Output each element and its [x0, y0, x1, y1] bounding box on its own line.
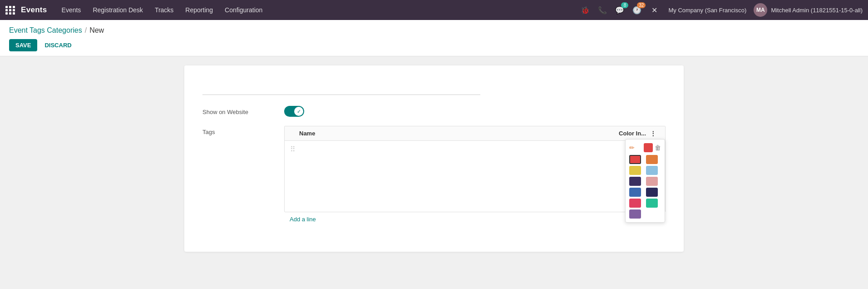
- show-on-website-row: Show on Website ✓: [202, 106, 666, 117]
- tags-table-header: Name Color In... ⋮: [285, 126, 665, 141]
- discard-button[interactable]: DISCARD: [41, 39, 75, 51]
- color-picker-popup: ✏ 🗑: [625, 139, 665, 223]
- color-swatch-darkpurple[interactable]: [629, 177, 641, 186]
- breadcrumb-separator: /: [85, 26, 87, 35]
- clock-badge: 32: [637, 2, 646, 8]
- name-input[interactable]: [202, 79, 480, 95]
- chat-badge: 8: [621, 2, 628, 8]
- show-on-website-field: ✓: [284, 106, 666, 117]
- color-picker-delete-icon[interactable]: 🗑: [655, 144, 661, 151]
- brand-title: Events: [21, 5, 47, 15]
- main-menu: Events Registration Desk Tracks Reportin…: [56, 0, 577, 20]
- color-swatch-navyblue[interactable]: [646, 188, 658, 197]
- color-swatch-crimson[interactable]: [629, 199, 641, 208]
- bug-icon-button[interactable]: 🐞: [578, 3, 592, 17]
- menu-reporting[interactable]: Reporting: [180, 0, 218, 20]
- row-drag-handle[interactable]: ⠿: [290, 145, 299, 154]
- username-label: Mitchell Admin (11821551-15-0-all): [771, 7, 863, 14]
- close-icon-button[interactable]: ✕: [647, 3, 661, 17]
- tags-row: Tags Name Color In... ⋮ ⠿: [202, 124, 666, 226]
- phone-icon-button[interactable]: 📞: [596, 3, 609, 17]
- tags-table: Name Color In... ⋮ ⠿ ✏: [284, 126, 666, 212]
- breadcrumb: Event Tags Categories / New: [9, 26, 859, 35]
- menu-configuration[interactable]: Configuration: [219, 0, 268, 20]
- color-swatch-yellow[interactable]: [629, 166, 641, 175]
- color-swatch-lightblue[interactable]: [646, 166, 658, 175]
- toolbar: SAVE DISCARD: [9, 39, 859, 56]
- color-swatch-selected[interactable]: [644, 143, 653, 152]
- menu-registration-desk[interactable]: Registration Desk: [87, 0, 148, 20]
- avatar[interactable]: MA: [754, 3, 767, 17]
- breadcrumb-parent[interactable]: Event Tags Categories: [9, 26, 82, 35]
- apps-menu-button[interactable]: [5, 6, 15, 15]
- company-name: My Company (San Francisco): [668, 7, 746, 14]
- form-card: Show on Website ✓ Tags Name Color In...: [184, 65, 684, 252]
- color-swatch-teal[interactable]: [646, 199, 658, 208]
- color-grid: [629, 155, 661, 219]
- color-swatch-violet[interactable]: [629, 209, 641, 219]
- color-swatch-blue[interactable]: [629, 188, 641, 197]
- page-header: Event Tags Categories / New SAVE DISCARD: [0, 20, 868, 56]
- show-on-website-label: Show on Website: [202, 106, 284, 115]
- add-a-line-button[interactable]: Add a line: [284, 212, 321, 226]
- table-row: ⠿ ✏ 🗑: [285, 141, 665, 157]
- color-picker-edit-icon[interactable]: ✏: [629, 144, 642, 151]
- col-name-header: Name: [299, 130, 601, 137]
- show-on-website-toggle[interactable]: ✓: [284, 106, 304, 117]
- tags-label: Tags: [202, 124, 284, 135]
- color-swatch-red[interactable]: [629, 155, 641, 164]
- top-navigation: Events Events Registration Desk Tracks R…: [0, 0, 868, 20]
- toggle-knob: ✓: [294, 107, 303, 116]
- topnav-icons: 🐞 📞 💬 8 🕐 32 ✕ My Company (San Francisco…: [578, 3, 863, 17]
- col-dots-header[interactable]: ⋮: [646, 130, 660, 137]
- menu-events[interactable]: Events: [56, 0, 87, 20]
- breadcrumb-current: New: [89, 26, 104, 35]
- table-empty-space: [285, 157, 665, 212]
- tags-field: Name Color In... ⋮ ⠿ ✏: [284, 124, 666, 226]
- name-field: [202, 79, 666, 95]
- chat-icon-button[interactable]: 💬 8: [613, 3, 626, 17]
- color-swatch-orange[interactable]: [646, 155, 658, 164]
- menu-tracks[interactable]: Tracks: [149, 0, 179, 20]
- save-button[interactable]: SAVE: [9, 39, 37, 51]
- col-color-header: Color In...: [601, 130, 646, 137]
- tags-section: Name Color In... ⋮ ⠿ ✏: [284, 126, 666, 226]
- clock-icon-button[interactable]: 🕐 32: [630, 3, 644, 17]
- tag-name-input[interactable]: [299, 145, 660, 154]
- color-swatch-pink[interactable]: [646, 177, 658, 186]
- color-picker-top: ✏ 🗑: [629, 143, 661, 152]
- main-content: Show on Website ✓ Tags Name Color In...: [0, 56, 868, 289]
